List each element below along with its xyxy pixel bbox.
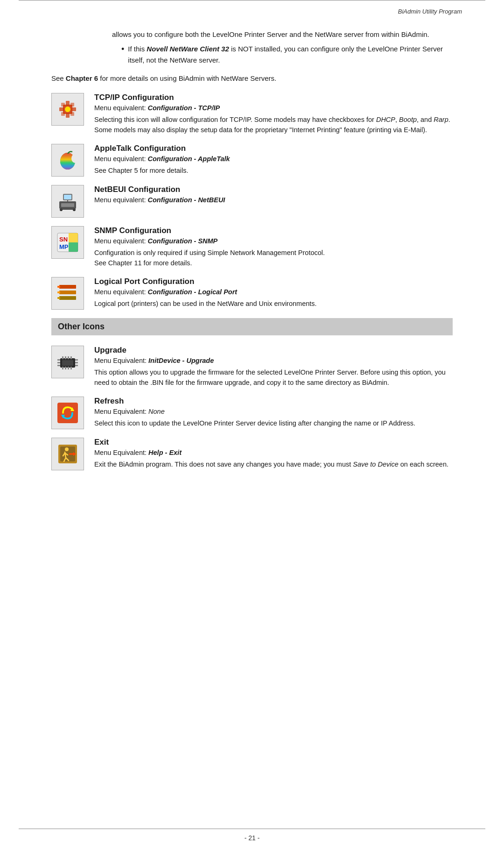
svg-rect-39 [65, 367, 66, 369]
snmp-desc: Configuration is only required if using … [94, 248, 453, 269]
appletalk-menu: Menu equivalent: Configuration - AppleTa… [94, 155, 453, 163]
svg-rect-14 [61, 203, 74, 207]
netbeui-title: NetBEUI Configuration [94, 185, 453, 194]
tcpip-menu: Menu equivalent: Configuration - TCP/IP [94, 104, 453, 112]
page-number: - 21 - [245, 834, 260, 842]
svg-rect-46 [75, 362, 78, 363]
svg-rect-35 [65, 356, 66, 359]
appletalk-desc: See Chapter 5 for more details. [94, 165, 453, 176]
logicalport-desc: Logical port (printers) can be used in t… [94, 298, 453, 309]
bullet-text: If this Novell NetWare Client 32 is NOT … [128, 43, 453, 65]
svg-rect-7 [61, 112, 65, 116]
upgrade-title: Upgrade [94, 346, 453, 355]
svg-rect-37 [70, 356, 72, 359]
svg-rect-24 [69, 233, 78, 242]
svg-rect-47 [75, 365, 78, 366]
tcpip-content: TCP/IP Configuration Menu equivalent: Co… [94, 93, 453, 135]
svg-rect-29 [57, 286, 60, 288]
refresh-menu-value: None [148, 408, 165, 415]
netbeui-menu: Menu equivalent: Configuration - NetBEUI [94, 196, 453, 204]
svg-rect-44 [57, 365, 60, 366]
upgrade-desc: This option allows you to upgrade the fi… [94, 367, 453, 388]
svg-rect-42 [57, 359, 60, 361]
netbeui-icon-box [51, 185, 84, 218]
upgrade-section: Upgrade Menu Equivalent: InitDevice - Up… [51, 346, 453, 388]
refresh-icon [55, 400, 81, 426]
logicalport-menu: Menu equivalent: Configuration - Logical… [94, 288, 453, 296]
svg-rect-38 [62, 367, 63, 369]
upgrade-icon [55, 349, 81, 375]
appletalk-content: AppleTalk Configuration Menu equivalent:… [94, 144, 453, 176]
svg-rect-31 [57, 297, 60, 299]
svg-rect-34 [62, 356, 63, 359]
snmp-menu: Menu equivalent: Configuration - SNMP [94, 237, 453, 245]
appletalk-section: AppleTalk Configuration Menu equivalent:… [51, 144, 453, 177]
exit-icon [55, 441, 81, 467]
tcpip-desc: Selecting this icon will allow configura… [94, 114, 453, 135]
exit-menu: Menu Equivalent: Help - Exit [94, 449, 453, 456]
svg-rect-27 [59, 291, 76, 294]
exit-content: Exit Menu Equivalent: Help - Exit Exit t… [94, 438, 453, 469]
exit-desc: Exit the BiAdmin program. This does not … [94, 459, 453, 469]
svg-rect-43 [57, 362, 60, 363]
svg-text:MP: MP [59, 243, 69, 250]
page-container: BiAdmin Utility Program allows you to co… [0, 0, 504, 851]
exit-icon-box [51, 438, 84, 470]
refresh-section: Refresh Menu Equivalent: None Select thi… [51, 397, 453, 429]
exit-menu-value: Help - Exit [148, 449, 182, 456]
main-content: allows you to configure both the LevelOn… [0, 20, 504, 507]
upgrade-menu: Menu Equivalent: InitDevice - Upgrade [94, 357, 453, 364]
svg-rect-26 [59, 285, 76, 289]
intro-text1: allows you to configure both the LevelOn… [112, 29, 453, 40]
upgrade-menu-value: InitDevice - Upgrade [148, 357, 214, 364]
svg-point-12 [71, 154, 79, 163]
refresh-title: Refresh [94, 397, 453, 406]
svg-rect-33 [62, 360, 73, 366]
appletalk-icon-box [51, 144, 84, 177]
page-header: BiAdmin Utility Program [19, 4, 485, 15]
logicalport-icon [55, 280, 81, 306]
refresh-content: Refresh Menu Equivalent: None Select thi… [94, 397, 453, 428]
svg-rect-30 [57, 291, 60, 293]
netbeui-menu-value: Configuration - NetBEUI [147, 196, 225, 204]
other-icons-header: Other Icons [51, 318, 453, 335]
logicalport-section: Logical Port Configuration Menu equivale… [51, 277, 453, 310]
appletalk-title: AppleTalk Configuration [94, 144, 453, 153]
page-footer: - 21 - [19, 829, 485, 842]
svg-rect-17 [67, 200, 68, 202]
svg-text:SN: SN [59, 236, 68, 243]
upgrade-content: Upgrade Menu Equivalent: InitDevice - Up… [94, 346, 453, 388]
tcpip-title: TCP/IP Configuration [94, 93, 453, 102]
svg-rect-48 [57, 403, 78, 423]
netbeui-section: NetBEUI Configuration Menu equivalent: C… [51, 185, 453, 218]
svg-rect-36 [68, 356, 69, 359]
svg-rect-8 [70, 112, 74, 116]
svg-rect-2 [66, 113, 70, 118]
snmp-menu-value: Configuration - SNMP [147, 237, 217, 245]
svg-point-53 [65, 447, 69, 451]
exit-title: Exit [94, 438, 453, 447]
svg-rect-40 [68, 367, 69, 369]
tcpip-section: TCP/IP Configuration Menu equivalent: Co… [51, 93, 453, 135]
logicalport-content: Logical Port Configuration Menu equivale… [94, 277, 453, 309]
intro-block: allows you to configure both the LevelOn… [112, 29, 453, 65]
svg-rect-6 [70, 103, 74, 106]
netbeui-icon [55, 188, 81, 214]
bullet-item: • If this Novell NetWare Client 32 is NO… [121, 43, 453, 65]
snmp-icon: SN MP [55, 229, 81, 255]
snmp-icon-box: SN MP [51, 226, 84, 259]
refresh-icon-box [51, 397, 84, 429]
snmp-content: SNMP Configuration Menu equivalent: Conf… [94, 226, 453, 269]
svg-rect-41 [70, 367, 72, 369]
svg-rect-45 [75, 359, 78, 361]
svg-point-9 [65, 106, 70, 112]
tcpip-menu-value: Configuration - TCP/IP [147, 104, 220, 112]
logicalport-menu-value: Configuration - Logical Port [147, 288, 237, 296]
svg-rect-28 [59, 296, 76, 300]
upgrade-icon-box [51, 346, 84, 378]
svg-rect-1 [66, 101, 70, 106]
bullet-dot: • [121, 43, 124, 55]
tcpip-icon-box [51, 93, 84, 126]
refresh-desc: Select this icon to update the LevelOne … [94, 418, 453, 428]
exit-section: Exit Menu Equivalent: Help - Exit Exit t… [51, 438, 453, 470]
